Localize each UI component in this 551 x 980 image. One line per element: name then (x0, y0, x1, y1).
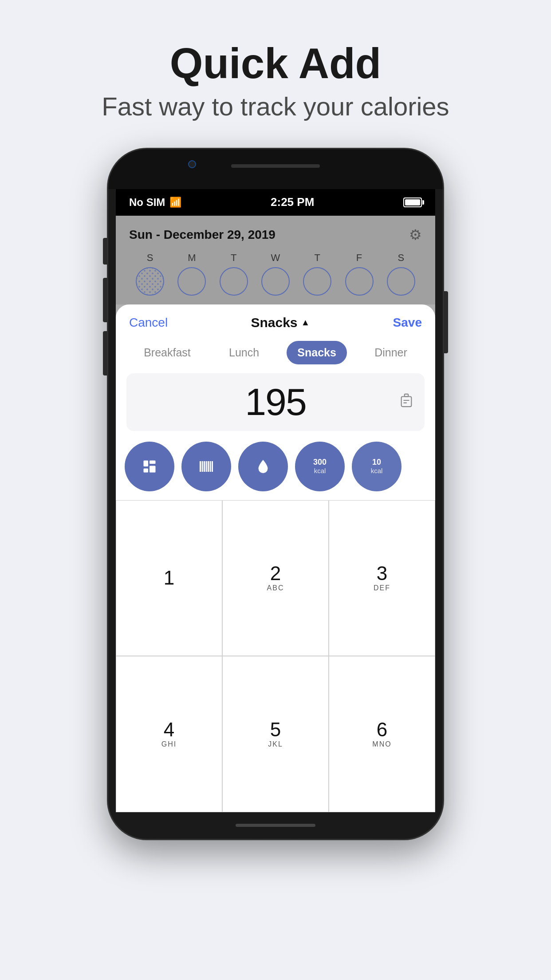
day-circle-sun[interactable] (136, 267, 164, 296)
food-log-button[interactable] (125, 442, 174, 491)
quick-100-label: 10 (372, 458, 381, 467)
home-indicator (236, 824, 315, 827)
clipboard-icon[interactable] (399, 393, 414, 411)
status-time: 2:25 PM (271, 195, 314, 209)
key-5[interactable]: 5 JKL (222, 656, 329, 812)
key-4-letters: GHI (161, 740, 177, 748)
key-3-num: 3 (377, 564, 387, 583)
week-row: S M T W T (129, 252, 422, 296)
day-dots (137, 268, 163, 295)
key-5-letters: JKL (268, 740, 283, 748)
cancel-button[interactable]: Cancel (129, 316, 168, 330)
save-button[interactable]: Save (393, 316, 422, 330)
side-button-power (444, 291, 448, 353)
phone-camera (188, 160, 196, 168)
day-circle-fri[interactable] (345, 267, 374, 296)
keypad: 1 2 ABC 3 DEF 4 GHI 5 JKL (116, 500, 435, 812)
day-col-fri: F (338, 252, 380, 296)
day-label-s1: S (147, 252, 153, 264)
key-1[interactable]: 1 (116, 500, 222, 656)
tab-breakfast[interactable]: Breakfast (133, 341, 201, 364)
side-button-vol-down (103, 331, 107, 375)
key-6-letters: MNO (372, 740, 391, 748)
calendar-date-row: Sun - December 29, 2019 ⚙ (129, 226, 422, 243)
status-left: No SIM 📶 (129, 196, 181, 209)
day-circle-wed[interactable] (261, 267, 290, 296)
svg-rect-7 (150, 466, 156, 472)
day-label-t2: T (315, 252, 320, 264)
calendar-date: Sun - December 29, 2019 (129, 228, 276, 242)
key-2-num: 2 (270, 564, 281, 583)
key-1-num: 1 (164, 568, 174, 588)
battery-icon (403, 198, 422, 207)
day-col-sun: S (129, 252, 171, 296)
phone-top-notch (108, 149, 443, 189)
key-4[interactable]: 4 GHI (116, 656, 222, 812)
key-6[interactable]: 6 MNO (329, 656, 435, 812)
phone-screen: No SIM 📶 2:25 PM Sun - December 29, 2019… (116, 189, 435, 812)
key-6-num: 6 (377, 720, 387, 739)
modal-title-text: Snacks (251, 315, 297, 330)
battery-fill (405, 199, 420, 205)
side-button-vol-up (103, 278, 107, 322)
tab-dinner[interactable]: Dinner (364, 341, 418, 364)
calorie-input-area[interactable]: 195 (126, 373, 425, 431)
day-label-s2: S (398, 252, 404, 264)
phone-mockup: No SIM 📶 2:25 PM Sun - December 29, 2019… (107, 148, 444, 840)
day-col-thu: T (296, 252, 338, 296)
day-circle-thu[interactable] (303, 267, 331, 296)
modal-header: Cancel Snacks ▲ Save (116, 304, 435, 337)
svg-rect-1 (401, 396, 412, 407)
key-3-letters: DEF (374, 584, 390, 592)
barcode-button[interactable] (181, 442, 231, 491)
quick-300-sublabel: kcal (314, 467, 326, 474)
day-col-wed: W (255, 252, 296, 296)
modal-title: Snacks ▲ (251, 315, 310, 330)
calorie-value: 195 (245, 380, 306, 424)
quick-buttons-row: 300 kcal 10 kcal (116, 442, 435, 491)
day-col-tue: T (213, 252, 255, 296)
quick-300-button[interactable]: 300 kcal (295, 442, 345, 491)
quick-100-sublabel: kcal (371, 467, 383, 474)
key-4-num: 4 (164, 720, 174, 739)
day-circle-tue[interactable] (220, 267, 248, 296)
tab-snacks[interactable]: Snacks (287, 341, 347, 364)
svg-rect-4 (144, 460, 149, 466)
svg-rect-5 (150, 460, 156, 464)
phone-speaker (231, 164, 320, 168)
day-label-f: F (356, 252, 362, 264)
day-circle-mon[interactable] (177, 267, 206, 296)
day-col-sat: S (380, 252, 422, 296)
quick-300-label: 300 (313, 458, 327, 467)
day-label-t1: T (231, 252, 236, 264)
side-button-mute (103, 238, 107, 265)
tab-lunch[interactable]: Lunch (218, 341, 270, 364)
day-label-m: M (188, 252, 196, 264)
quick-add-modal: Cancel Snacks ▲ Save Breakfast Lunch Sna… (116, 304, 435, 812)
key-5-num: 5 (270, 720, 281, 739)
wifi-icon: 📶 (169, 197, 181, 208)
key-3[interactable]: 3 DEF (329, 500, 435, 656)
status-bar: No SIM 📶 2:25 PM (116, 189, 435, 216)
status-right (403, 198, 422, 207)
key-2[interactable]: 2 ABC (222, 500, 329, 656)
calendar-header: Sun - December 29, 2019 ⚙ S M T (116, 216, 435, 304)
meal-tabs: Breakfast Lunch Snacks Dinner (116, 337, 435, 373)
page-title: Quick Add (102, 40, 449, 87)
key-2-letters: ABC (267, 584, 284, 592)
phone-bottom (236, 812, 315, 839)
settings-icon[interactable]: ⚙ (409, 226, 422, 243)
day-col-mon: M (171, 252, 213, 296)
svg-rect-6 (144, 468, 149, 472)
day-label-w: W (271, 252, 280, 264)
carrier-label: No SIM (129, 196, 165, 209)
water-button[interactable] (238, 442, 288, 491)
page-subtitle: Fast way to track your calories (102, 91, 449, 121)
modal-title-arrow-icon[interactable]: ▲ (301, 317, 310, 328)
quick-100-button[interactable]: 10 kcal (352, 442, 401, 491)
day-circle-sat[interactable] (387, 267, 415, 296)
